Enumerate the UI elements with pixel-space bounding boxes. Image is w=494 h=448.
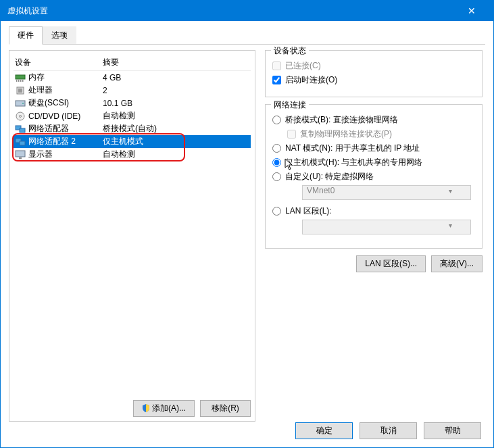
device-row[interactable]: CD/DVD (IDE)自动检测 xyxy=(14,109,251,122)
ok-button[interactable]: 确定 xyxy=(295,422,353,439)
help-button[interactable]: 帮助 xyxy=(424,422,481,439)
network-connection-legend: 网络连接 xyxy=(271,99,309,111)
tab-bar: 硬件 选项 xyxy=(9,26,485,45)
device-name: 硬盘(SCSI) xyxy=(28,97,103,109)
shield-icon xyxy=(142,404,150,412)
device-panel: 设备 摘要 内存4 GB处理器2硬盘(SCSI)10.1 GBCD/DVD (I… xyxy=(9,50,255,422)
svg-rect-15 xyxy=(16,151,25,157)
svg-rect-6 xyxy=(18,89,22,93)
device-summary: 自动检测 xyxy=(103,110,249,122)
svg-rect-1 xyxy=(16,80,18,82)
memory-icon xyxy=(15,73,26,82)
device-summary: 仅主机模式 xyxy=(103,136,249,147)
svg-rect-3 xyxy=(20,80,22,82)
connect-poweron-checkbox-row[interactable]: 启动时连接(O) xyxy=(272,74,475,86)
disk-icon xyxy=(15,99,26,108)
device-name: 网络适配器 xyxy=(28,123,103,134)
bridged-radio-row[interactable]: 桥接模式(B): 直接连接物理网络 xyxy=(272,114,475,126)
hostonly-label: 仅主机模式(H): 与主机共享的专用网络 xyxy=(285,157,422,168)
connected-checkbox-row[interactable]: 已连接(C) xyxy=(272,60,475,72)
settings-panel: 设备状态 已连接(C) 启动时连接(O) 网络连接 桥接模式(B): 直接连接物… xyxy=(262,50,485,422)
svg-rect-4 xyxy=(22,80,24,82)
custom-vmnet-select: VMnet0 xyxy=(302,185,471,200)
connected-checkbox xyxy=(272,61,281,70)
replicate-checkbox-row: 复制物理网络连接状态(P) xyxy=(287,128,475,140)
window-title: 虚拟机设置 xyxy=(7,1,48,21)
custom-radio[interactable] xyxy=(272,172,281,181)
nat-label: NAT 模式(N): 用于共享主机的 IP 地址 xyxy=(285,143,420,154)
lan-segments-button[interactable]: LAN 区段(S)... xyxy=(356,255,426,272)
custom-radio-row[interactable]: 自定义(U): 特定虚拟网络 xyxy=(272,171,475,182)
svg-rect-12 xyxy=(20,128,25,132)
lan-label: LAN 区段(L): xyxy=(285,205,332,217)
replicate-checkbox xyxy=(287,130,296,139)
svg-rect-14 xyxy=(20,141,25,145)
close-button[interactable]: ✕ xyxy=(456,1,487,21)
svg-point-10 xyxy=(20,115,22,117)
device-list-header: 设备 摘要 xyxy=(14,55,251,71)
net-icon xyxy=(15,124,26,134)
device-summary: 自动检测 xyxy=(103,149,249,160)
svg-point-8 xyxy=(22,103,24,104)
device-row[interactable]: 网络适配器桥接模式(自动) xyxy=(14,122,251,135)
svg-rect-16 xyxy=(19,157,22,159)
device-row[interactable]: 内存4 GB xyxy=(14,71,251,84)
device-summary: 2 xyxy=(103,86,249,95)
connected-label: 已连接(C) xyxy=(285,60,321,72)
advanced-button[interactable]: 高级(V)... xyxy=(431,255,483,272)
network-connection-group: 网络连接 桥接模式(B): 直接连接物理网络 复制物理网络连接状态(P) NAT… xyxy=(265,104,483,249)
device-state-legend: 设备状态 xyxy=(271,45,309,57)
svg-rect-0 xyxy=(16,75,25,79)
svg-rect-2 xyxy=(18,80,20,82)
cpu-icon xyxy=(15,86,26,95)
header-device: 设备 xyxy=(15,57,103,68)
device-row[interactable]: 硬盘(SCSI)10.1 GB xyxy=(14,97,251,109)
nat-radio-row[interactable]: NAT 模式(N): 用于共享主机的 IP 地址 xyxy=(272,143,475,154)
replicate-label: 复制物理网络连接状态(P) xyxy=(300,128,392,140)
lan-radio-row[interactable]: LAN 区段(L): xyxy=(272,205,475,217)
bridged-radio[interactable] xyxy=(272,116,281,124)
header-summary: 摘要 xyxy=(103,57,249,68)
display-icon xyxy=(15,150,26,159)
hostonly-radio-row[interactable]: 仅主机模式(H): 与主机共享的专用网络 xyxy=(272,157,475,168)
tab-hardware[interactable]: 硬件 xyxy=(9,26,43,45)
cancel-button[interactable]: 取消 xyxy=(360,422,417,439)
net-icon xyxy=(15,137,26,147)
bridged-label: 桥接模式(B): 直接连接物理网络 xyxy=(285,114,398,126)
connect-poweron-label: 启动时连接(O) xyxy=(285,74,337,86)
lan-segment-select xyxy=(302,220,471,234)
device-row[interactable]: 显示器自动检测 xyxy=(14,148,251,161)
connect-poweron-checkbox[interactable] xyxy=(272,76,281,84)
tab-options[interactable]: 选项 xyxy=(43,26,76,44)
lan-radio[interactable] xyxy=(272,207,281,216)
add-button[interactable]: 添加(A)... xyxy=(133,400,195,417)
device-list[interactable]: 内存4 GB处理器2硬盘(SCSI)10.1 GBCD/DVD (IDE)自动检… xyxy=(14,71,251,161)
device-summary: 4 GB xyxy=(103,73,249,82)
remove-button[interactable]: 移除(R) xyxy=(200,400,251,417)
device-name: 处理器 xyxy=(28,84,103,96)
device-summary: 桥接模式(自动) xyxy=(103,123,249,134)
cd-icon xyxy=(15,111,26,121)
nat-radio[interactable] xyxy=(272,144,281,153)
device-row[interactable]: 处理器2 xyxy=(14,84,251,97)
device-row[interactable]: 网络适配器 2仅主机模式 xyxy=(14,135,251,148)
device-name: CD/DVD (IDE) xyxy=(28,111,103,121)
device-state-group: 设备状态 已连接(C) 启动时连接(O) xyxy=(265,50,483,97)
custom-label: 自定义(U): 特定虚拟网络 xyxy=(285,171,374,182)
device-name: 显示器 xyxy=(28,149,103,160)
device-summary: 10.1 GB xyxy=(103,99,249,108)
device-name: 内存 xyxy=(28,72,103,83)
device-name: 网络适配器 2 xyxy=(28,136,103,147)
hostonly-radio[interactable] xyxy=(272,158,281,167)
